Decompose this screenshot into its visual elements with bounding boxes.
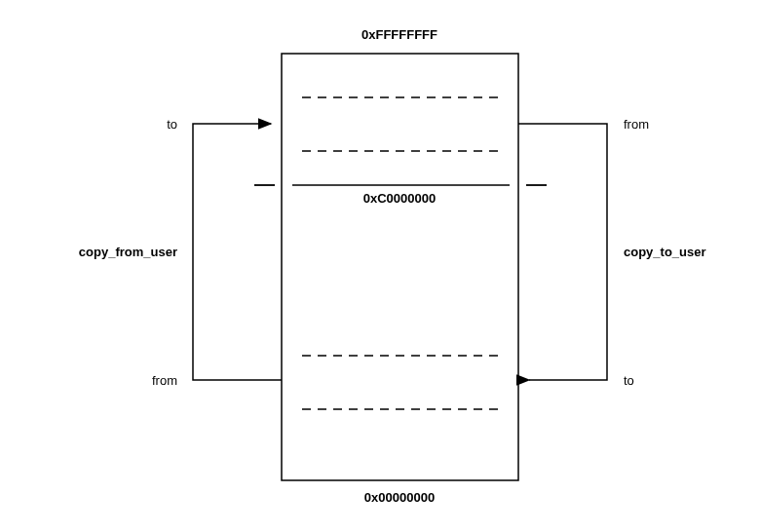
left-to-label: to [167, 117, 177, 132]
boundary-address-label: 0xC0000000 [363, 191, 436, 206]
left-from-label: from [152, 373, 177, 388]
memory-diagram: 0xFFFFFFFF 0xC0000000 0x00000000 to from… [0, 0, 760, 532]
right-to-label: to [624, 373, 634, 388]
copy-from-user-path [193, 124, 282, 380]
bottom-address-label: 0x00000000 [364, 490, 435, 505]
top-address-label: 0xFFFFFFFF [361, 27, 437, 42]
right-from-label: from [624, 117, 649, 132]
copy-to-user-label: copy_to_user [624, 245, 706, 259]
copy-from-user-label: copy_from_user [79, 245, 177, 259]
memory-box [282, 54, 518, 480]
copy-to-user-path [518, 124, 607, 380]
